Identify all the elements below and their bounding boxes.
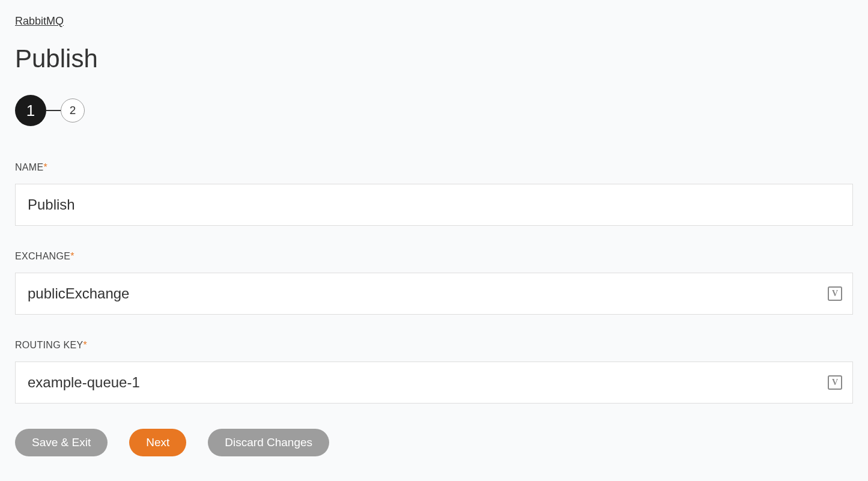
- page-title: Publish: [15, 44, 853, 73]
- name-label: NAME*: [15, 162, 853, 173]
- breadcrumb-link[interactable]: RabbitMQ: [15, 15, 64, 28]
- exchange-required-mark: *: [70, 251, 74, 261]
- exchange-label: EXCHANGE*: [15, 251, 853, 262]
- save-exit-button[interactable]: Save & Exit: [15, 429, 108, 456]
- name-input[interactable]: [15, 184, 853, 226]
- routing-key-input[interactable]: [15, 362, 853, 404]
- stepper: 1 2: [15, 95, 853, 126]
- step-1[interactable]: 1: [15, 95, 46, 126]
- variable-icon[interactable]: V: [828, 286, 842, 301]
- discard-changes-button[interactable]: Discard Changes: [208, 429, 329, 456]
- variable-icon[interactable]: V: [828, 375, 842, 390]
- name-label-text: NAME: [15, 162, 43, 172]
- exchange-label-text: EXCHANGE: [15, 251, 70, 261]
- form-group-exchange: EXCHANGE* V: [15, 251, 853, 315]
- routing-key-label: ROUTING KEY*: [15, 340, 853, 351]
- form-group-routing-key: ROUTING KEY* V: [15, 340, 853, 404]
- routing-key-required-mark: *: [83, 340, 88, 350]
- form-group-name: NAME*: [15, 162, 853, 226]
- step-2[interactable]: 2: [61, 98, 85, 123]
- routing-key-label-text: ROUTING KEY: [15, 340, 83, 350]
- step-connector: [46, 110, 61, 111]
- button-row: Save & Exit Next Discard Changes: [15, 429, 853, 456]
- next-button[interactable]: Next: [129, 429, 186, 456]
- exchange-input[interactable]: [15, 273, 853, 315]
- name-required-mark: *: [43, 162, 47, 172]
